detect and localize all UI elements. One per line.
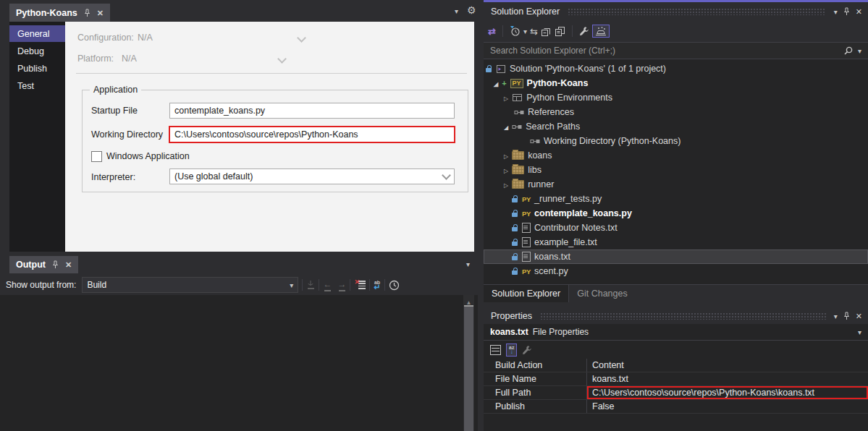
nav-item-general[interactable]: General <box>9 25 65 42</box>
output-scrollbar[interactable] <box>463 295 474 431</box>
output-content[interactable] <box>0 295 478 431</box>
working-directory-label: Working Directory <box>91 129 163 140</box>
nav-item-publish[interactable]: Publish <box>9 60 65 77</box>
output-source-select[interactable]: Build <box>82 277 298 293</box>
tab-list-dropdown-icon[interactable] <box>455 6 458 16</box>
tree-item-folder-libs[interactable]: libs <box>484 163 868 177</box>
tree-item-example-file[interactable]: example_file.txt <box>484 235 868 249</box>
nav-item-debug[interactable]: Debug <box>9 43 65 59</box>
collapsed-icon[interactable] <box>504 150 508 161</box>
tree-item-contributor-notes[interactable]: Contributor Notes.txt <box>484 221 868 235</box>
drag-handle[interactable] <box>568 8 826 15</box>
startup-file-label: Startup File <box>91 106 138 116</box>
lock-icon <box>512 268 518 276</box>
folder-icon <box>512 180 524 189</box>
tab-output[interactable]: Output <box>9 256 78 273</box>
tree-item-scent[interactable]: PY scent.py <box>484 264 868 278</box>
tree-item-project[interactable]: PY Python-Koans <box>484 76 868 90</box>
startup-file-input[interactable]: contemplate_koans.py <box>169 103 455 119</box>
tool-window-tabs: Solution Explorer Git Changes <box>484 284 868 302</box>
tab-python-koans[interactable]: Python-Koans <box>9 4 110 22</box>
output-window-dropdown-icon[interactable] <box>466 259 470 269</box>
python-project-icon: PY <box>510 79 523 88</box>
sync-with-active-document-icon[interactable] <box>530 26 538 37</box>
search-paths-icon <box>512 124 522 130</box>
scrollbar-thumb[interactable] <box>464 305 473 431</box>
solution-explorer-panel: Solution Explorer Search Solution Explor… <box>484 0 868 302</box>
word-wrap-icon[interactable]: ab <box>374 280 380 290</box>
properties-toolbar: az↓ <box>484 341 868 359</box>
collapse-all-icon[interactable] <box>541 26 552 37</box>
gear-icon[interactable] <box>467 4 476 16</box>
search-placeholder: Search Solution Explorer (Ctrl+;) <box>490 46 839 56</box>
properties-grid: Build Action Content File Name koans.txt… <box>484 359 868 414</box>
property-row-publish[interactable]: Publish False <box>484 400 868 414</box>
switch-views-icon[interactable] <box>488 26 496 37</box>
search-icon[interactable] <box>843 46 854 56</box>
alphabetical-sort-icon[interactable]: az↓ <box>506 343 517 357</box>
window-position-dropdown-icon[interactable] <box>834 311 838 321</box>
tab-title: Python-Koans <box>16 8 77 18</box>
drag-handle[interactable] <box>540 312 826 320</box>
close-icon[interactable] <box>65 260 72 270</box>
application-group: Application Startup File contemplate_koa… <box>82 90 468 192</box>
solution-explorer-toolbar <box>484 20 868 42</box>
clear-all-icon[interactable]: ✕ <box>358 281 366 289</box>
tree-item-search-paths[interactable]: Search Paths <box>484 119 868 134</box>
pin-icon[interactable] <box>51 260 59 269</box>
selected-object-combobox[interactable]: koans.txt File Properties <box>484 324 868 341</box>
find-message-icon <box>306 281 315 289</box>
tab-git-changes[interactable]: Git Changes <box>569 285 635 302</box>
tree-item-runner-tests[interactable]: PY _runner_tests.py <box>484 192 868 206</box>
tab-solution-explorer[interactable]: Solution Explorer <box>484 285 569 302</box>
properties-header: Properties <box>484 307 868 324</box>
collapsed-icon[interactable] <box>504 179 508 189</box>
window-position-dropdown-icon[interactable] <box>834 7 838 17</box>
lock-icon <box>512 239 518 247</box>
interpreter-select[interactable]: (Use global default) <box>169 168 455 184</box>
python-file-icon: PY <box>522 268 531 276</box>
folder-icon <box>512 151 524 160</box>
interpreter-label: Interpreter: <box>91 172 135 182</box>
pin-icon[interactable] <box>843 7 851 16</box>
tree-item-koans-txt[interactable]: koans.txt <box>484 249 868 264</box>
categorized-icon[interactable] <box>490 345 501 355</box>
clock-icon[interactable] <box>389 280 400 291</box>
search-input[interactable]: Search Solution Explorer (Ctrl+;) <box>484 42 868 59</box>
tree-item-folder-koans[interactable]: koans <box>484 148 868 163</box>
expanded-icon[interactable] <box>504 121 508 132</box>
property-row-build-action[interactable]: Build Action Content <box>484 359 868 372</box>
preview-selected-items-icon[interactable] <box>555 26 565 37</box>
pending-changes-filter-icon[interactable] <box>510 26 521 36</box>
show-all-files-icon[interactable] <box>592 25 610 38</box>
python-file-icon: PY <box>522 210 531 218</box>
expanded-icon[interactable] <box>494 78 498 88</box>
tree-item-working-directory[interactable]: Working Directory (Python-Koans) <box>484 134 868 148</box>
solution-icon <box>496 64 506 74</box>
close-icon[interactable] <box>856 311 862 321</box>
close-icon[interactable] <box>97 8 104 18</box>
property-pages-wrench-icon[interactable] <box>522 345 532 355</box>
working-directory-input[interactable]: C:\Users\contoso\source\repos\Python-Koa… <box>169 126 455 143</box>
collapsed-icon[interactable] <box>504 165 508 175</box>
lock-icon <box>512 224 518 232</box>
windows-application-checkbox[interactable] <box>91 151 102 162</box>
collapsed-icon[interactable] <box>504 93 508 103</box>
close-icon[interactable] <box>856 7 862 17</box>
nav-item-test[interactable]: Test <box>9 77 65 94</box>
tree-item-solution[interactable]: Solution 'Python-Koans' (1 of 1 project) <box>484 61 868 76</box>
tree-item-references[interactable]: References <box>484 105 868 119</box>
tree-item-python-environments[interactable]: Python Environments <box>484 90 868 105</box>
tree-item-folder-runner[interactable]: runner <box>484 177 868 192</box>
filter-dropdown-icon[interactable] <box>523 26 527 36</box>
pin-icon[interactable] <box>843 312 851 320</box>
tree-item-contemplate-koans[interactable]: PY contemplate_koans.py <box>484 206 868 221</box>
application-group-title: Application <box>90 85 141 95</box>
pin-icon[interactable] <box>83 9 91 17</box>
show-output-from-label: Show output from: <box>6 280 76 290</box>
properties-wrench-icon[interactable] <box>579 26 589 36</box>
property-row-full-path[interactable]: Full Path C:\Users\contoso\source\repos\… <box>484 386 868 400</box>
property-row-file-name[interactable]: File Name koans.txt <box>484 372 868 386</box>
search-options-dropdown-icon[interactable] <box>858 46 861 56</box>
configuration-dropdown-icon <box>297 33 306 43</box>
